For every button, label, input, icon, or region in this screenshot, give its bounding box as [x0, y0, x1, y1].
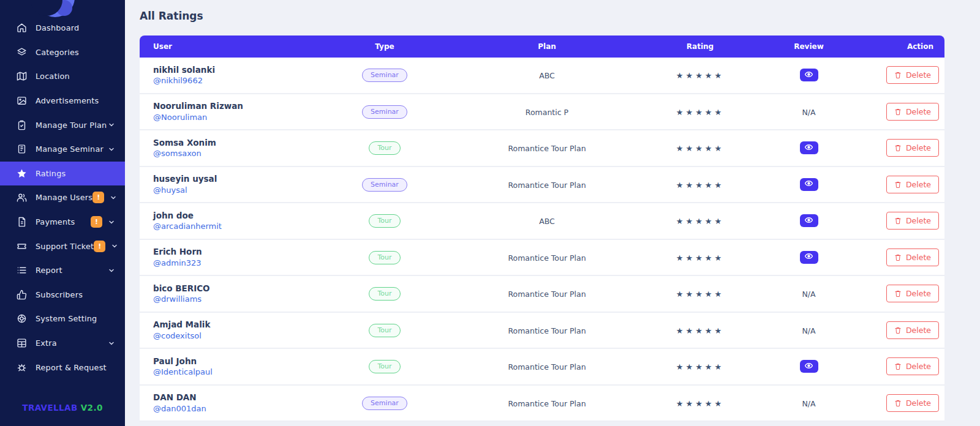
book-icon: [16, 144, 27, 155]
trash-icon: [894, 290, 902, 297]
list-icon: [16, 265, 27, 276]
sidebar-item-report-request[interactable]: Report & Request: [0, 355, 125, 379]
sidebar-item-manage-tour-plan[interactable]: Manage Tour Plan: [0, 113, 125, 137]
column-header-type: Type: [311, 36, 458, 58]
delete-button[interactable]: Delete: [886, 394, 939, 412]
delete-button[interactable]: Delete: [886, 66, 939, 84]
sidebar-item-manage-users[interactable]: Manage Users !: [0, 185, 125, 210]
app-logo: [36, 0, 75, 17]
delete-button[interactable]: Delete: [886, 212, 939, 230]
sidebar-item-advertisements[interactable]: Advertisements: [0, 89, 125, 113]
chevron-down-icon: [111, 242, 118, 250]
sidebar-item-label: Advertisements: [36, 96, 115, 105]
delete-button[interactable]: Delete: [886, 103, 939, 121]
sidebar-item-categories[interactable]: Categories: [0, 40, 125, 65]
delete-button-label: Delete: [906, 107, 931, 116]
table-header-row: User Type Plan Rating Review Action: [140, 36, 944, 58]
user-name: nikhil solanki: [153, 64, 311, 75]
user-name: Nooruliman Rizwan: [153, 100, 311, 111]
user-handle-link[interactable]: @arcadianhermit: [153, 221, 311, 232]
sidebar-item-label: Ratings: [36, 169, 115, 178]
type-badge: Tour: [369, 214, 400, 228]
delete-button-label: Delete: [906, 70, 931, 80]
sidebar-item-label: System Setting: [36, 314, 115, 323]
delete-button[interactable]: Delete: [886, 248, 939, 266]
user-handle-link[interactable]: @drwilliams: [153, 294, 311, 305]
sidebar-item-label: Extra: [36, 338, 108, 348]
sidebar-item-subscribers[interactable]: Subscribers: [0, 283, 125, 307]
trash-icon: [894, 253, 902, 261]
view-review-button[interactable]: [800, 178, 818, 191]
sidebar-item-label: Manage Tour Plan: [36, 121, 108, 130]
sidebar-item-label: Categories: [36, 48, 115, 57]
type-badge: Tour: [369, 251, 400, 264]
trash-icon: [894, 144, 902, 152]
type-badge: Tour: [369, 287, 400, 301]
trash-icon: [894, 399, 902, 407]
sidebar-item-label: Report & Request: [36, 363, 115, 372]
sidebar-item-system-setting[interactable]: System Setting: [0, 307, 125, 331]
trash-icon: [894, 326, 902, 334]
user-name: bico BERICO: [153, 283, 311, 294]
view-review-button[interactable]: [800, 360, 818, 373]
sidebar-item-dashboard[interactable]: Dashboard: [0, 16, 125, 40]
view-review-button[interactable]: [800, 251, 818, 264]
column-header-plan: Plan: [458, 36, 636, 58]
sidebar-item-payments[interactable]: Payments !: [0, 210, 125, 234]
sidebar-nav: Dashboard Categories Location Advertisem…: [0, 16, 125, 379]
user-handle-link[interactable]: @nikhil9662: [153, 75, 311, 86]
chevron-down-icon: [108, 146, 115, 153]
type-badge: Seminar: [362, 397, 407, 410]
chevron-down-icon: [108, 267, 115, 274]
type-badge: Seminar: [362, 105, 407, 119]
user-handle-link[interactable]: @Identicalpaul: [153, 367, 311, 378]
sidebar-item-support-ticket[interactable]: Support Ticket !: [0, 234, 125, 258]
sidebar-item-ratings[interactable]: Ratings: [0, 162, 125, 186]
plan-name: Romantice Tour Plan: [508, 290, 586, 299]
user-handle-link[interactable]: @Nooruliman: [153, 112, 311, 123]
eye-icon: [805, 252, 813, 262]
users-icon: [16, 192, 27, 203]
sidebar-item-label: Payments: [36, 217, 91, 226]
view-review-button[interactable]: [800, 69, 818, 81]
table-row: nikhil solanki @nikhil9662 Seminar ABC ★…: [140, 58, 944, 94]
sidebar-item-location[interactable]: Location: [0, 64, 125, 89]
sidebar-item-label: Subscribers: [36, 290, 115, 299]
user-name: huseyin uysal: [153, 173, 311, 184]
view-review-button[interactable]: [800, 141, 818, 154]
review-not-available: N/A: [802, 290, 815, 299]
user-name: Amjad Malik: [153, 319, 311, 330]
user-handle-link[interactable]: @somsaxon: [153, 148, 311, 159]
user-name: Paul John: [153, 356, 311, 367]
delete-button[interactable]: Delete: [886, 357, 939, 375]
user-handle-link[interactable]: @codexitsol: [153, 331, 311, 342]
sidebar-item-manage-seminar[interactable]: Manage Seminar: [0, 137, 125, 162]
delete-button[interactable]: Delete: [886, 176, 939, 193]
delete-button-label: Delete: [906, 253, 931, 262]
user-handle-link[interactable]: @dan001dan: [153, 403, 311, 414]
table-row: Amjad Malik @codexitsol Tour Romantice T…: [140, 313, 944, 349]
rating-stars: ★★★★★: [676, 144, 724, 153]
type-badge: Tour: [369, 324, 400, 337]
view-review-button[interactable]: [800, 214, 818, 227]
delete-button[interactable]: Delete: [886, 321, 939, 339]
table-row: Nooruliman Rizwan @Nooruliman Seminar Ro…: [140, 94, 944, 131]
delete-button[interactable]: Delete: [886, 285, 939, 302]
plan-name: Romantice Tour Plan: [508, 326, 586, 335]
user-handle-link[interactable]: @admin323: [153, 258, 311, 269]
user-name: DAN DAN: [153, 392, 311, 403]
user-handle-link[interactable]: @huysal: [153, 185, 311, 196]
sidebar-item-label: Manage Seminar: [36, 144, 108, 154]
delete-button-label: Delete: [906, 362, 931, 371]
sidebar-item-report[interactable]: Report: [0, 258, 125, 283]
sidebar-item-extra[interactable]: Extra: [0, 331, 125, 356]
type-badge: Seminar: [362, 178, 407, 192]
chevron-down-icon: [108, 219, 115, 226]
delete-button[interactable]: Delete: [886, 139, 939, 157]
type-badge: Tour: [369, 141, 400, 155]
delete-button-label: Delete: [906, 326, 931, 335]
column-header-action: Action: [853, 36, 944, 58]
ticket-icon: [16, 241, 27, 252]
star-icon: [16, 168, 27, 179]
sidebar-item-label: Support Ticket: [36, 242, 94, 251]
